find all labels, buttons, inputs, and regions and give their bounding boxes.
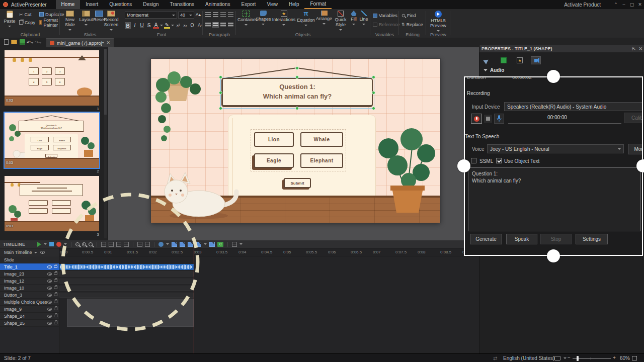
resize-handle-s[interactable] (295, 107, 299, 110)
more-voices-button[interactable]: More... (628, 144, 643, 154)
display-mode-icon[interactable] (554, 356, 560, 360)
variables-button[interactable]: Variables (373, 12, 397, 19)
record-button[interactable] (471, 114, 482, 124)
input-device-select[interactable]: Speakers (Realtek(R) Audio) - System Aud… (504, 102, 643, 111)
interactivity-tab-icon[interactable]: ★ (515, 56, 525, 64)
audio-tools-caret[interactable] (204, 243, 207, 245)
lock-icon[interactable] (54, 280, 57, 282)
slide-editing-surface[interactable]: Lion Whale Eagle Elephant Submit (151, 59, 440, 223)
split-object-icon[interactable] (109, 242, 114, 247)
eye-icon[interactable] (47, 301, 52, 304)
record-options-caret[interactable] (64, 243, 67, 245)
speak-button[interactable]: Speak (506, 234, 537, 244)
tts-text-area[interactable]: Question 1: Which animal can fly? (468, 167, 641, 231)
play-button[interactable] (37, 242, 41, 247)
cut-button[interactable]: ✂ Cut (19, 11, 35, 18)
symbol-button[interactable]: Ω (189, 22, 195, 29)
interactions-button[interactable]: ★ Interactions (272, 10, 296, 28)
snap-toggle-icon[interactable] (101, 242, 106, 247)
subscript-button[interactable]: x₂ (182, 22, 188, 29)
thumbnails-scrollbar[interactable] (104, 49, 107, 238)
more-tools-icon[interactable] (232, 242, 237, 247)
strikethrough-button[interactable]: S (146, 22, 152, 29)
object-time-bar[interactable] (59, 286, 194, 291)
zoom-fit-icon[interactable] (89, 242, 93, 246)
pan-timeline-icon[interactable] (137, 242, 142, 247)
select-range-icon[interactable] (145, 242, 150, 247)
audio-section-header[interactable]: Audio (484, 67, 504, 73)
size-properties-tab-icon[interactable] (499, 56, 509, 64)
underline-button[interactable]: U (139, 22, 145, 29)
resize-handle-w[interactable] (219, 91, 222, 95)
playhead-options-icon[interactable] (158, 242, 164, 247)
new-slide-button[interactable]: New Slide (62, 10, 77, 33)
track-row-image23[interactable]: Image_23 (0, 270, 479, 278)
font-size-select[interactable]: 40 (178, 12, 194, 19)
audio-tab-icon[interactable] (531, 56, 541, 64)
quick-style-button[interactable]: Quick Style (333, 10, 348, 33)
closed-caption-button[interactable]: C (217, 242, 223, 247)
language-sync-icon[interactable]: ⇄ (493, 355, 497, 361)
object-time-bar[interactable] (59, 272, 194, 277)
eye-icon[interactable] (47, 273, 52, 276)
ssml-checkbox[interactable] (471, 158, 476, 163)
timeline-ruler[interactable]: 0:00 0:00.5 0:01 0:01.5 0:02 0:02.5 0:03… (0, 248, 479, 256)
line-button[interactable]: Line (359, 10, 368, 27)
resize-handle-nw[interactable] (219, 75, 222, 79)
fill-button[interactable]: Fill (349, 10, 358, 27)
font-color-button[interactable]: A (153, 23, 159, 29)
open-project-icon[interactable] (10, 40, 18, 45)
lock-icon[interactable] (54, 294, 57, 296)
close-button[interactable]: ✕ (636, 0, 644, 9)
settings-button[interactable]: Settings (576, 234, 608, 244)
object-time-bar[interactable] (67, 299, 194, 306)
clear-formatting-button[interactable]: A̷ (196, 22, 202, 29)
use-object-text-checkbox[interactable] (496, 158, 502, 163)
tab-view[interactable]: View (261, 0, 283, 9)
undo-icon[interactable]: ↶ (26, 40, 34, 45)
find-button[interactable]: Find (401, 12, 416, 19)
numbered-list-icon[interactable] (213, 12, 218, 17)
zoom-in-icon[interactable] (82, 242, 86, 246)
eye-icon[interactable] (47, 265, 52, 268)
stop-recording-button[interactable] (484, 115, 492, 123)
slide-thumbnail-2-selected[interactable]: Question 1:Which animal can fly? Lion Wh… (5, 113, 99, 168)
eye-icon[interactable] (47, 287, 52, 290)
highlight-color-caret[interactable] (171, 25, 174, 26)
record-screen-button[interactable]: Record Screen (104, 10, 119, 33)
shapes-button[interactable]: Shapes (256, 10, 271, 27)
save-icon[interactable] (18, 39, 26, 46)
zoom-in-control[interactable]: + (613, 355, 616, 360)
font-family-select[interactable]: Montserrat (125, 12, 177, 19)
italic-button[interactable]: I (132, 22, 138, 29)
highlight-color-button[interactable]: ✎ (164, 23, 170, 29)
lock-icon[interactable] (54, 301, 57, 303)
pin-icon[interactable]: ⌃ (612, 0, 620, 9)
microphone-button[interactable] (494, 114, 504, 124)
record-narration-button[interactable] (56, 242, 61, 247)
copy-button[interactable]: Copy (19, 19, 35, 26)
zoom-out-icon[interactable] (75, 242, 79, 246)
eye-icon[interactable] (47, 294, 52, 297)
superscript-button[interactable]: x² (175, 22, 181, 29)
tab-help[interactable]: Help (283, 0, 305, 9)
track-row-image10[interactable]: Image_10 (0, 285, 479, 292)
tab-questions[interactable]: Questions (104, 0, 137, 9)
new-project-icon[interactable] (2, 39, 10, 46)
adjust-volume-icon[interactable] (209, 242, 215, 247)
object-time-bar[interactable] (67, 306, 194, 313)
eye-icon[interactable] (47, 322, 52, 325)
submit-button[interactable]: Submit (284, 178, 311, 188)
voice-select[interactable]: Joey - US English - Neural (487, 144, 624, 153)
resize-handle-e[interactable] (372, 91, 375, 95)
line-spacing-icon[interactable] (228, 12, 233, 17)
unpin-icon[interactable]: ⇱ (632, 46, 636, 51)
object-time-bar[interactable] (59, 279, 194, 284)
container-button[interactable]: Container (237, 10, 255, 28)
more-tools-caret[interactable] (239, 243, 243, 245)
track-row-mcq2[interactable]: Multiple Choice Question_2 (0, 299, 479, 306)
tab-export[interactable]: Export (235, 0, 261, 9)
slide-thumbnail-3[interactable] (5, 176, 99, 231)
join-objects-icon[interactable] (116, 242, 121, 247)
lock-icon[interactable] (54, 265, 57, 268)
